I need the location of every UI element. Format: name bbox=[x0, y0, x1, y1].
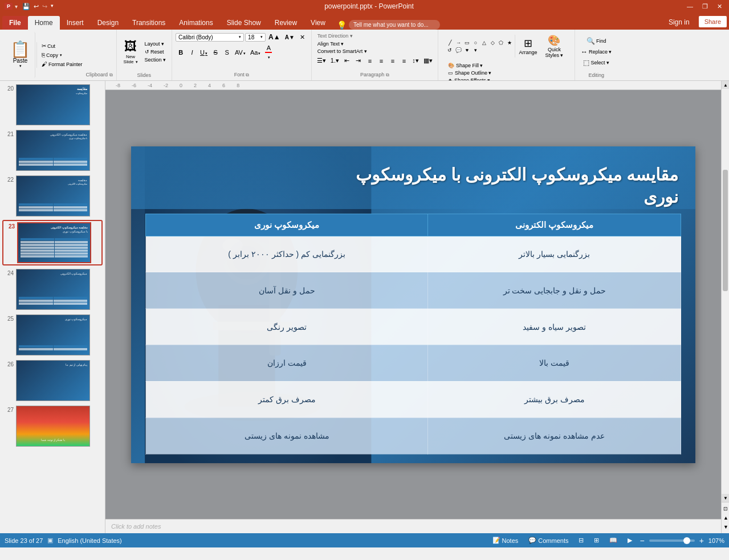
decrease-font-size[interactable]: A▼ bbox=[283, 34, 296, 41]
clear-formatting[interactable]: ✕ bbox=[298, 33, 308, 42]
increase-font-size[interactable]: A▲ bbox=[267, 32, 282, 42]
slide-item-27[interactable]: 27 با تشکر از توجه شما bbox=[2, 404, 103, 448]
convert-smartart-button[interactable]: Convert to SmartArt ▾ bbox=[315, 48, 369, 55]
slide-item-25[interactable]: 25 میکروسکوپ نوری bbox=[2, 313, 103, 357]
tab-home[interactable]: Home bbox=[28, 16, 60, 30]
zoom-in-status[interactable]: + bbox=[699, 536, 704, 545]
scroll-down-button[interactable]: ▼ bbox=[722, 494, 729, 502]
slide-item-22[interactable]: 22 مقایسه میکروسکوپ الکترونی bbox=[2, 174, 103, 218]
change-case-button[interactable]: Aa▾ bbox=[249, 48, 262, 56]
zoom-out-button[interactable]: ▼ bbox=[722, 523, 728, 531]
section-button[interactable]: Section ▾ bbox=[142, 56, 169, 63]
increase-indent-button[interactable]: ⇥ bbox=[353, 56, 364, 65]
shape-pentagon[interactable]: ⬠ bbox=[497, 39, 505, 46]
reading-view-button[interactable]: 📖 bbox=[606, 536, 620, 545]
align-center-button[interactable]: ≡ bbox=[376, 57, 386, 65]
shape-diamond[interactable]: ◇ bbox=[488, 39, 496, 46]
align-text-button[interactable]: Align Text ▾ bbox=[315, 40, 369, 47]
main-slide[interactable]: مقایسه میکروسکوپ الکترونی با میکروسکوپ ن… bbox=[131, 146, 695, 463]
tab-design[interactable]: Design bbox=[91, 16, 125, 30]
comments-button[interactable]: 💬Comments bbox=[526, 536, 571, 545]
notes-button[interactable]: 📝Notes bbox=[490, 536, 522, 545]
normal-view-button[interactable]: ⊟ bbox=[576, 536, 587, 545]
numbering-button[interactable]: 1.▾ bbox=[329, 56, 341, 65]
shadow-button[interactable]: S bbox=[222, 48, 232, 56]
slideshow-button[interactable]: ▶ bbox=[625, 536, 635, 545]
select-button[interactable]: ⬚ Select ▾ bbox=[581, 58, 612, 67]
slide-item-24[interactable]: 24 میکروسکوپ الکترونی bbox=[2, 268, 103, 311]
quick-styles-button[interactable]: 🎨 QuickStyles ▾ bbox=[541, 32, 567, 60]
font-color-button[interactable]: A▾ bbox=[263, 44, 274, 60]
tab-view[interactable]: View bbox=[304, 16, 332, 30]
vertical-scrollbar-thumb[interactable] bbox=[723, 170, 728, 291]
char-spacing-button[interactable]: AV▾ bbox=[233, 48, 247, 56]
replace-button[interactable]: ↔ Replace ▾ bbox=[579, 47, 614, 56]
shape-outline-button[interactable]: ▭ Shape Outline ▾ bbox=[446, 70, 494, 76]
tab-transitions[interactable]: Transitions bbox=[125, 16, 172, 30]
shape-fill-button[interactable]: 🎨 Shape Fill ▾ bbox=[446, 62, 494, 69]
reset-button[interactable]: ↺ Reset bbox=[142, 48, 169, 55]
justify-button[interactable]: ≡ bbox=[399, 57, 409, 65]
format-painter-button[interactable]: 🖌Format Painter bbox=[39, 60, 85, 68]
notes-placeholder[interactable]: Click to add notes bbox=[111, 523, 161, 530]
shape-more[interactable]: ▾ bbox=[471, 47, 479, 54]
columns-button[interactable]: ▦▾ bbox=[422, 56, 434, 65]
shape-star[interactable]: ★ bbox=[506, 39, 514, 46]
new-slide-button[interactable]: 🖼 NewSlide ▾ bbox=[120, 38, 141, 66]
decrease-indent-button[interactable]: ⇤ bbox=[342, 56, 352, 65]
shape-callout[interactable]: 💬 bbox=[454, 47, 462, 54]
line-spacing-button[interactable]: ↕▾ bbox=[410, 56, 421, 65]
tab-file[interactable]: File bbox=[2, 16, 28, 30]
zoom-out-status[interactable]: − bbox=[640, 536, 644, 545]
tell-me-input[interactable]: Tell me what you want to do... bbox=[349, 20, 440, 30]
qat-save[interactable]: 💾 bbox=[22, 3, 30, 10]
slide-item-20[interactable]: 20 مقایسه میکروسکوپ bbox=[2, 83, 103, 126]
shape-bent-arrow[interactable]: ↺ bbox=[446, 47, 454, 54]
fit-slide-button[interactable]: ⊡ bbox=[722, 505, 728, 513]
tab-insert[interactable]: Insert bbox=[60, 16, 91, 30]
tab-review[interactable]: Review bbox=[268, 16, 304, 30]
shape-heart[interactable]: ♥ bbox=[463, 47, 471, 54]
align-right-button[interactable]: ≡ bbox=[388, 57, 398, 65]
language-indicator[interactable]: English (United States) bbox=[58, 537, 122, 544]
zoom-in-button[interactable]: ▲ bbox=[722, 514, 728, 522]
underline-button[interactable]: U▾ bbox=[198, 48, 209, 56]
bold-button[interactable]: B bbox=[176, 48, 186, 56]
zoom-level[interactable]: 107% bbox=[708, 537, 724, 544]
shape-rect[interactable]: ▭ bbox=[463, 39, 471, 46]
shape-line[interactable]: ╱ bbox=[446, 39, 454, 46]
outline-view-button[interactable]: ▣ bbox=[47, 537, 53, 544]
find-button[interactable]: 🔍 Find bbox=[584, 36, 609, 46]
shape-arrow[interactable]: → bbox=[454, 39, 462, 46]
sign-in-button[interactable]: Sign in bbox=[664, 17, 694, 28]
bullets-button[interactable]: ☰▾ bbox=[315, 56, 328, 65]
copy-button[interactable]: ⎘Copy▾ bbox=[39, 51, 85, 59]
zoom-slider[interactable] bbox=[649, 539, 695, 542]
italic-button[interactable]: I bbox=[187, 48, 197, 56]
slide-item-21[interactable]: 21 مقایسه میکروسکوپ الکترونی با میکروسکو… bbox=[2, 129, 103, 172]
shape-triangle[interactable]: △ bbox=[480, 39, 488, 46]
shape-oval[interactable]: ○ bbox=[471, 39, 479, 46]
font-size-selector[interactable]: 18 ▾ bbox=[245, 33, 266, 42]
paste-button[interactable]: 📋 Paste ▾ bbox=[6, 32, 35, 78]
align-left-button[interactable]: ≡ bbox=[365, 57, 375, 65]
shape-effects-button[interactable]: ✦ Shape Effects ▾ bbox=[446, 77, 494, 81]
zoom-slider-thumb[interactable] bbox=[683, 537, 690, 544]
tab-animations[interactable]: Animations bbox=[172, 16, 219, 30]
strikethrough-button[interactable]: S bbox=[210, 48, 221, 56]
text-direction-button[interactable]: Text Direction ▾ bbox=[315, 32, 369, 39]
restore-button[interactable]: ❐ bbox=[700, 3, 710, 10]
arrange-button[interactable]: ⊞ Arrange bbox=[515, 35, 540, 58]
font-name-selector[interactable]: Calibri (Body) ▾ bbox=[176, 33, 244, 42]
layout-button[interactable]: Layout ▾ bbox=[142, 40, 169, 47]
slide-sorter-button[interactable]: ⊞ bbox=[591, 536, 602, 545]
slide-item-23[interactable]: 23 مقایسه میکروسکوپ الکترونی با میکروسکو… bbox=[2, 220, 103, 265]
scroll-up-button[interactable]: ▲ bbox=[722, 81, 729, 89]
tab-slideshow[interactable]: Slide Show bbox=[220, 16, 268, 30]
minimize-button[interactable]: — bbox=[685, 3, 695, 10]
qat-redo[interactable]: ↪ bbox=[42, 3, 47, 10]
share-button[interactable]: Share bbox=[699, 16, 727, 27]
close-button[interactable]: ✕ bbox=[715, 3, 724, 10]
cut-button[interactable]: ✂Cut bbox=[39, 42, 85, 50]
qat-undo[interactable]: ↩ bbox=[34, 3, 39, 10]
